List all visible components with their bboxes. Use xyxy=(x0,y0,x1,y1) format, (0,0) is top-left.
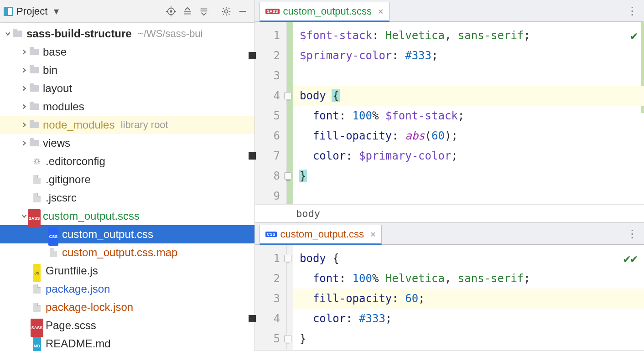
line-number: 4 xyxy=(274,89,280,102)
code-token: : xyxy=(339,109,353,122)
inspection-ok-icon[interactable]: ✔ xyxy=(630,26,638,46)
chevron-down-icon[interactable] xyxy=(3,29,13,39)
folder-icon xyxy=(29,120,39,130)
tab-scss[interactable]: SASS custom_output.scss × xyxy=(260,2,390,22)
tree-file-readme[interactable]: MD README.md xyxy=(0,335,254,351)
code-area-scss[interactable]: 1 2 3 4 5 6 7 8 9 ✔ $font-stack: Helveti… xyxy=(255,22,644,204)
tab-label: custom_output.scss xyxy=(283,5,372,17)
code-token: } xyxy=(300,332,306,345)
svg-point-12 xyxy=(35,160,38,163)
close-icon[interactable]: × xyxy=(378,6,384,17)
color-swatch-icon[interactable] xyxy=(249,52,256,59)
chevron-right-icon[interactable] xyxy=(19,83,29,93)
line-number: 3 xyxy=(274,69,280,82)
tab-label: custom_output.css xyxy=(280,228,364,240)
code-token: : xyxy=(392,292,405,305)
tree-file-editorconfig[interactable]: .editorconfig xyxy=(0,152,254,170)
code-token: } xyxy=(299,170,307,182)
tree-folder-node-modules[interactable]: node_modules library root xyxy=(0,116,254,134)
code-css[interactable]: ✔✔ body { font: 100% Helvetica, sans-ser… xyxy=(293,245,644,350)
close-icon[interactable]: × xyxy=(370,229,376,240)
tree-file-gitignore[interactable]: .gitignore xyxy=(0,170,254,189)
locate-icon[interactable] xyxy=(163,3,179,20)
chevron-right-icon[interactable] xyxy=(19,47,29,57)
gear-icon[interactable] xyxy=(218,3,234,20)
tree-file-jscsrc[interactable]: .jscsrc xyxy=(0,189,254,207)
tree-file-css[interactable]: CSS custom_output.css xyxy=(0,225,254,243)
fold-icon[interactable] xyxy=(284,92,291,99)
fold-icon[interactable] xyxy=(284,255,291,262)
tree-item-label: modules xyxy=(43,98,84,116)
line-number: 6 xyxy=(274,129,280,142)
tabbar-bottom: CSS custom_output.css × ⋮ xyxy=(255,223,644,245)
hide-icon[interactable] xyxy=(234,3,251,20)
toolwindow-icon xyxy=(4,7,13,16)
code-token: : xyxy=(346,312,359,325)
tree-file-gruntfile[interactable]: JS Gruntfile.js xyxy=(0,262,254,280)
color-swatch-icon[interactable] xyxy=(249,152,256,160)
tree-item-label: Gruntfile.js xyxy=(46,262,98,280)
more-icon[interactable]: ⋮ xyxy=(627,5,638,17)
code-area-css[interactable]: 1 2 3 4 5 ✔✔ body { font: 100% Helvetica… xyxy=(255,245,644,350)
breadcrumb-item[interactable]: body xyxy=(296,208,320,219)
code-token: #333 xyxy=(405,49,431,62)
tab-css[interactable]: CSS custom_output.css × xyxy=(260,225,382,245)
code-token: ) xyxy=(445,129,451,142)
chevron-right-icon[interactable] xyxy=(19,102,29,112)
expand-all-icon[interactable] xyxy=(179,3,196,20)
tree-file-pagescss[interactable]: SASS Page.scss xyxy=(0,316,254,335)
code-token: , xyxy=(445,29,458,42)
tree-file-cssmap[interactable]: custom_output.css.map xyxy=(0,243,254,262)
code-token: 100 xyxy=(353,109,372,122)
chevron-right-icon[interactable] xyxy=(19,120,29,130)
gutter-css: 1 2 3 4 5 xyxy=(255,245,287,350)
code-token: ; xyxy=(385,312,392,325)
color-swatch-icon[interactable] xyxy=(249,315,256,322)
tree-file-packagelock[interactable]: package-lock.json xyxy=(0,298,254,316)
code-token: #333 xyxy=(359,312,385,325)
code-token: % xyxy=(372,272,385,285)
tree-item-label: Page.scss xyxy=(46,316,96,335)
json-file-icon xyxy=(32,302,42,312)
code-token: ; xyxy=(431,49,438,62)
chevron-down-icon: ▾ xyxy=(54,5,59,17)
code-token: : xyxy=(392,49,405,62)
tree-folder-base[interactable]: base xyxy=(0,43,254,61)
sass-file-icon: SASS xyxy=(32,320,42,330)
toolwindow-title-label: Project xyxy=(16,5,47,17)
collapse-all-icon[interactable] xyxy=(196,3,212,20)
code-token: fill-opacity xyxy=(313,129,392,142)
code-token: ( xyxy=(425,129,431,142)
tree-folder-bin[interactable]: bin xyxy=(0,61,254,79)
line-number: 3 xyxy=(274,292,280,305)
line-number: 2 xyxy=(274,272,280,285)
tree-root[interactable]: sass-build-structure ~/WS/sass-bui xyxy=(0,25,254,43)
tree-folder-views[interactable]: views xyxy=(0,134,254,152)
fold-icon[interactable] xyxy=(284,335,291,342)
code-token: color xyxy=(313,150,346,162)
tree-folder-modules[interactable]: modules xyxy=(0,98,254,116)
toolwindow-title[interactable]: Project ▾ xyxy=(4,5,59,17)
code-token: % xyxy=(372,109,385,122)
code-token: $primary-color xyxy=(300,49,392,62)
folder-icon xyxy=(29,65,39,75)
tree-item-label: package-lock.json xyxy=(46,298,133,316)
code-token: body xyxy=(300,252,332,265)
project-tree[interactable]: sass-build-structure ~/WS/sass-bui base … xyxy=(0,23,254,351)
code-token: Helvetica xyxy=(385,272,445,285)
code-scss[interactable]: ✔ $font-stack: Helvetica, sans-serif; $p… xyxy=(293,22,644,204)
tree-file-scss[interactable]: SASS custom_output.scss xyxy=(0,207,254,225)
code-token: ; xyxy=(524,272,530,285)
js-file-icon: JS xyxy=(32,266,42,276)
sass-file-icon: SASS xyxy=(265,9,280,14)
fold-icon[interactable] xyxy=(284,172,291,180)
tree-folder-layout[interactable]: layout xyxy=(0,79,254,98)
line-number: 1 xyxy=(274,252,280,265)
tree-file-package[interactable]: package.json xyxy=(0,280,254,298)
chevron-right-icon[interactable] xyxy=(19,138,29,148)
more-icon[interactable]: ⋮ xyxy=(627,227,638,240)
chevron-right-icon[interactable] xyxy=(19,65,29,75)
line-number: 2 xyxy=(274,49,280,62)
breadcrumb[interactable]: body xyxy=(255,204,644,222)
line-number: 4 xyxy=(274,312,280,325)
